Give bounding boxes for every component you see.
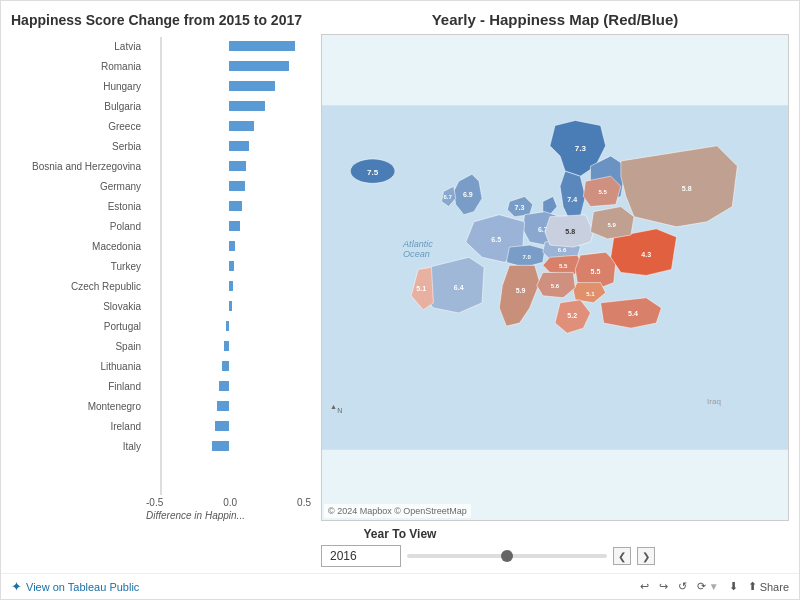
- bar-country-label: Bulgaria: [11, 101, 146, 112]
- bar-track: [146, 60, 311, 72]
- bar-track: [146, 100, 311, 112]
- bar-track: [146, 300, 311, 312]
- bar-country-label: Germany: [11, 181, 146, 192]
- bar-fill: [229, 41, 296, 51]
- right-panel: Yearly - Happiness Map (Red/Blue) 7.5 7.…: [321, 11, 789, 521]
- svg-text:5.8: 5.8: [682, 185, 692, 193]
- bar-country-label: Montenegro: [11, 401, 146, 412]
- bar-country-label: Finland: [11, 381, 146, 392]
- bar-country-label: Spain: [11, 341, 146, 352]
- map-svg: 7.5 7.3 7.4 7.3: [322, 35, 788, 520]
- bar-track: [146, 140, 311, 152]
- svg-text:▲: ▲: [330, 403, 337, 411]
- map-title: Yearly - Happiness Map (Red/Blue): [321, 11, 789, 28]
- prev-year-button[interactable]: ❮: [613, 547, 631, 565]
- bar-track: [146, 380, 311, 392]
- bar-fill: [229, 161, 246, 171]
- year-control-label: Year To View: [11, 527, 789, 541]
- bar-country-label: Ireland: [11, 421, 146, 432]
- svg-text:Iraq: Iraq: [707, 397, 721, 406]
- bar-track: [146, 340, 311, 352]
- slider-row: 2016 ❮ ❯: [11, 545, 789, 567]
- tableau-link-label: View on Tableau Public: [26, 581, 139, 593]
- axis-label-neg: -0.5: [146, 497, 163, 508]
- bar-fill: [229, 141, 250, 151]
- bar-country-label: Czech Republic: [11, 281, 146, 292]
- bar-track: [146, 400, 311, 412]
- bar-fill: [222, 361, 229, 371]
- bar-track: [146, 440, 311, 452]
- bar-track: [146, 40, 311, 52]
- tableau-link[interactable]: ✦ View on Tableau Public: [11, 579, 139, 594]
- svg-text:6.4: 6.4: [454, 284, 464, 292]
- axis-label-pos: 0.5: [297, 497, 311, 508]
- svg-text:5.5: 5.5: [591, 268, 601, 276]
- bar-fill: [226, 321, 228, 331]
- year-slider-thumb[interactable]: [501, 550, 513, 562]
- svg-text:Atlantic: Atlantic: [402, 239, 433, 249]
- undo-button[interactable]: ↩: [640, 580, 649, 593]
- app-container: Happiness Score Change from 2015 to 2017…: [0, 0, 800, 600]
- left-panel: Happiness Score Change from 2015 to 2017…: [11, 11, 311, 521]
- redo-icon: ↪: [659, 580, 668, 593]
- svg-text:5.5: 5.5: [559, 263, 568, 269]
- bar-fill: [212, 441, 228, 451]
- bar-chart-title: Happiness Score Change from 2015 to 2017: [11, 11, 311, 29]
- svg-text:7.4: 7.4: [567, 196, 577, 204]
- axis-labels: -0.5 0.0 0.5: [11, 497, 311, 508]
- map-container: 7.5 7.3 7.4 7.3: [321, 34, 789, 521]
- share-button[interactable]: ⬆ Share: [748, 580, 789, 593]
- bar-country-label: Macedonia: [11, 241, 146, 252]
- bar-country-label: Lithuania: [11, 361, 146, 372]
- map-credit: © 2024 Mapbox © OpenStreetMap: [324, 504, 471, 518]
- refresh-icon: ⟳: [697, 580, 706, 593]
- svg-text:5.5: 5.5: [598, 189, 607, 195]
- bar-track: [146, 260, 311, 272]
- axis-label-zero: 0.0: [223, 497, 237, 508]
- download-button[interactable]: ⬇: [729, 580, 738, 593]
- bar-track: [146, 80, 311, 92]
- dashboard: Happiness Score Change from 2015 to 2017…: [1, 1, 799, 521]
- bar-track: [146, 420, 311, 432]
- svg-text:5.9: 5.9: [516, 287, 526, 295]
- svg-text:7.3: 7.3: [575, 144, 587, 153]
- bar-country-label: Poland: [11, 221, 146, 232]
- svg-text:5.1: 5.1: [586, 291, 595, 297]
- bar-fill: [217, 401, 229, 411]
- svg-text:4.3: 4.3: [641, 251, 651, 259]
- bar-fill: [229, 101, 266, 111]
- svg-text:6.6: 6.6: [558, 247, 567, 253]
- year-slider-track[interactable]: [407, 554, 607, 558]
- bar-fill: [229, 181, 245, 191]
- refresh-button[interactable]: ⟳ ▼: [697, 580, 719, 593]
- svg-text:6.5: 6.5: [491, 236, 501, 244]
- share-icon: ⬆: [748, 580, 757, 593]
- bar-country-label: Estonia: [11, 201, 146, 212]
- footer-actions: ↩ ↪ ↺ ⟳ ▼ ⬇ ⬆ Share: [640, 580, 789, 593]
- bar-country-label: Romania: [11, 61, 146, 72]
- bar-country-label: Greece: [11, 121, 146, 132]
- svg-text:7.0: 7.0: [522, 254, 531, 260]
- svg-text:7.3: 7.3: [515, 204, 525, 212]
- year-input[interactable]: 2016: [321, 545, 401, 567]
- bar-chart-area: LatviaRomaniaHungaryBulgariaGreeceSerbia…: [11, 37, 311, 495]
- revert-icon: ↺: [678, 580, 687, 593]
- bar-fill: [219, 381, 228, 391]
- bar-fill: [215, 421, 229, 431]
- bar-country-label: Italy: [11, 441, 146, 452]
- bar-track: [146, 240, 311, 252]
- bar-fill: [229, 301, 232, 311]
- undo-icon: ↩: [640, 580, 649, 593]
- next-year-button[interactable]: ❯: [637, 547, 655, 565]
- svg-text:5.8: 5.8: [565, 228, 575, 236]
- share-label: Share: [760, 581, 789, 593]
- svg-text:5.6: 5.6: [551, 283, 560, 289]
- redo-button[interactable]: ↪: [659, 580, 668, 593]
- svg-text:Ocean: Ocean: [403, 249, 430, 259]
- download-icon: ⬇: [729, 580, 738, 593]
- bar-track: [146, 280, 311, 292]
- bottom-controls: Year To View 2016 ❮ ❯: [1, 521, 799, 573]
- bar-track: [146, 120, 311, 132]
- revert-button[interactable]: ↺: [678, 580, 687, 593]
- footer: ✦ View on Tableau Public ↩ ↪ ↺ ⟳ ▼ ⬇ ⬆ S…: [1, 573, 799, 599]
